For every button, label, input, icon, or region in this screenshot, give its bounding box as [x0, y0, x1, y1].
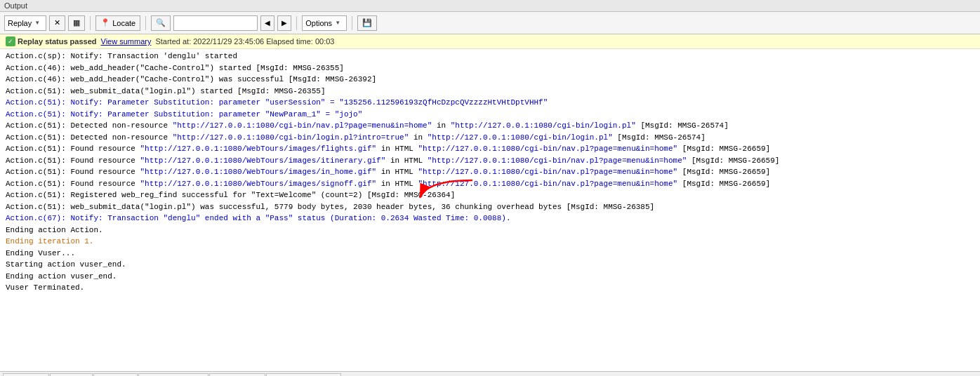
log-line: Action.c(51): web_submit_data("login.pl"… [6, 86, 974, 98]
separator-4 [352, 16, 352, 30]
separator-3 [296, 16, 297, 30]
nav-fwd-button[interactable]: ▶ [277, 15, 291, 31]
tab-errors[interactable]: ⚠Errors [93, 373, 138, 377]
log-line: Action.c(46): web_add_header("Cache-Cont… [6, 62, 974, 74]
log-line: Action.c(51): web_submit_data("login.pl"… [6, 201, 974, 213]
title-bar: Output [0, 0, 980, 12]
log-line: Action.c(51): Registered web_reg_find su… [6, 189, 974, 201]
log-line: Action.c(51): Found resource "http://127… [6, 143, 974, 155]
log-line: Ending action vuser_end. [6, 271, 974, 283]
dropdown-arrow-icon: ▼ [34, 20, 40, 26]
log-line: Action.c(51): Found resource "http://127… [6, 178, 974, 190]
log-line: Ending iteration 1. [6, 236, 974, 248]
tab-output[interactable]: 📄Output [3, 373, 49, 377]
check-icon: ✓ [6, 36, 15, 46]
tab-runtime-data[interactable]: 📊Runtime Data [138, 373, 208, 377]
main-content: ✓ Replay status passed View summary Star… [0, 34, 980, 371]
status-info: Started at: 2022/11/29 23:45:06 Elapsed … [155, 37, 334, 46]
log-line: Action.c(51): Detected non-resource "htt… [6, 120, 974, 132]
status-bar: ✓ Replay status passed View summary Star… [0, 34, 980, 49]
search-icon: 🔍 [156, 18, 166, 27]
search-input[interactable] [173, 15, 258, 31]
log-area[interactable]: Action.c(sp): Notify: Transaction 'dengl… [0, 49, 980, 371]
options-label: Options [305, 19, 332, 27]
log-line: Starting action vuser_end. [6, 259, 974, 271]
separator-2 [145, 16, 146, 30]
nav-back-icon: ◀ [265, 19, 270, 27]
log-line: Action.c(sp): Notify: Transaction 'dengl… [6, 51, 974, 62]
title-label: Output [4, 1, 27, 10]
status-text: Replay status passed [18, 37, 97, 46]
log-line: Action.c(51): Notify: Parameter Substitu… [6, 109, 974, 121]
tab-snapshot[interactable]: 📷Snapshot [209, 373, 265, 377]
search-icon-button[interactable]: 🔍 [151, 15, 171, 31]
close-icon: ✕ [54, 18, 60, 27]
log-line: Action.c(51): Detected non-resource "htt… [6, 132, 974, 144]
toolbar: Replay ▼ ✕ ▦ 📍 Locate 🔍 ◀ ▶ Options ▼ 💾 [0, 12, 980, 34]
nav-back-button[interactable]: ◀ [260, 15, 274, 31]
nav-fwd-icon: ▶ [282, 19, 287, 27]
tab-tasks[interactable]: ☑Tasks [50, 373, 93, 377]
replay-dropdown[interactable]: Replay ▼ [4, 15, 46, 31]
options-dropdown[interactable]: Options ▼ [302, 15, 347, 31]
log-line: Action.c(51): Notify: Parameter Substitu… [6, 97, 974, 109]
log-line: Action.c(67): Notify: Transaction "dengl… [6, 213, 974, 224]
view-summary-link[interactable]: View summary [101, 37, 152, 46]
tab-search-results[interactable]: 🔍Search Results [266, 373, 342, 377]
bottom-tabs: 📄Output☑Tasks⚠Errors📊Runtime Data📷Snapsh… [0, 371, 980, 376]
log-line: Ending action Action. [6, 224, 974, 236]
locate-button[interactable]: 📍 Locate [95, 15, 140, 31]
grid-button[interactable]: ▦ [68, 15, 85, 31]
save-icon: 💾 [362, 18, 372, 27]
save-button[interactable]: 💾 [357, 15, 377, 31]
log-line: Vuser Terminated. [6, 282, 974, 294]
locate-pin-icon: 📍 [100, 18, 110, 27]
log-line: Action.c(51): Found resource "http://127… [6, 155, 974, 167]
log-line: Action.c(46): web_add_header("Cache-Cont… [6, 74, 974, 86]
replay-label: Replay [8, 19, 32, 27]
separator-1 [90, 16, 91, 30]
log-line: Action.c(51): Found resource "http://127… [6, 166, 974, 178]
grid-icon: ▦ [73, 18, 80, 27]
locate-label: Locate [112, 19, 135, 27]
close-button[interactable]: ✕ [49, 15, 65, 31]
status-passed: ✓ Replay status passed [6, 36, 97, 46]
options-arrow-icon: ▼ [335, 20, 340, 26]
log-line: Ending Vuser... [6, 248, 974, 260]
